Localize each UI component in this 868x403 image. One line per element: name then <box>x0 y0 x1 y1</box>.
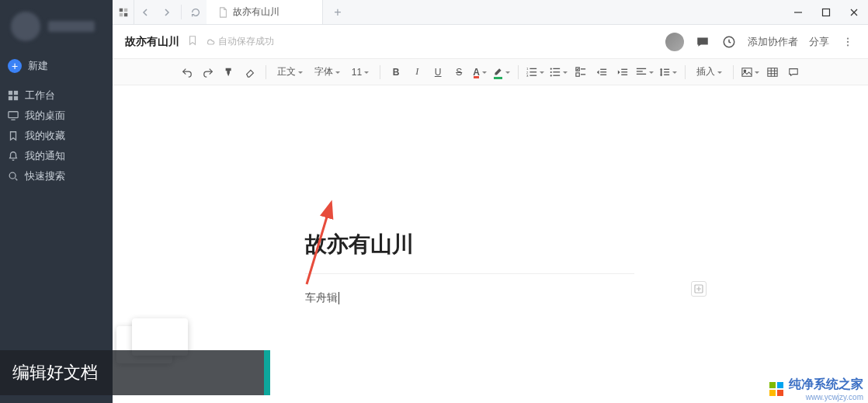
svg-rect-33 <box>600 71 606 72</box>
strikethrough-button[interactable]: S <box>450 63 468 82</box>
checklist-button[interactable] <box>571 63 590 82</box>
highlight-icon <box>493 66 503 78</box>
align-button[interactable] <box>634 63 655 82</box>
svg-rect-0 <box>9 91 12 95</box>
image-icon <box>741 67 752 78</box>
autosave-status: 自动保存成功 <box>206 35 274 48</box>
new-label: 新建 <box>28 59 48 73</box>
svg-rect-19 <box>530 68 537 68</box>
svg-point-5 <box>9 172 16 179</box>
svg-rect-44 <box>742 68 752 76</box>
separator <box>380 65 380 79</box>
text-color-icon: A <box>473 67 480 78</box>
watermark-brand: 纯净系统之家 <box>789 377 863 393</box>
undo-button[interactable] <box>178 63 196 82</box>
document-canvas[interactable]: 故亦有山川 车舟辑 <box>252 175 687 403</box>
highlight-color-button[interactable] <box>491 63 512 82</box>
username-placeholder <box>48 21 95 32</box>
close-button[interactable] <box>840 0 868 24</box>
insert-dropdown[interactable]: 插入 <box>692 63 727 82</box>
body-text: 车舟辑 <box>305 291 338 304</box>
font-size-dropdown[interactable]: 11 <box>347 63 373 82</box>
table-button[interactable] <box>763 63 782 82</box>
sidebar-item-workspace[interactable]: 工作台 <box>0 85 113 106</box>
history-button[interactable] <box>721 34 737 50</box>
share-button[interactable]: 分享 <box>809 35 829 49</box>
font-family-dropdown[interactable]: 字体 <box>310 63 345 82</box>
image-button[interactable] <box>740 63 761 82</box>
outdent-button[interactable] <box>592 63 611 82</box>
bookmark-outline-icon <box>187 35 198 46</box>
svg-rect-35 <box>621 68 627 69</box>
chevron-right-icon <box>162 8 172 17</box>
reload-button[interactable] <box>185 0 207 24</box>
svg-rect-9 <box>123 12 127 16</box>
search-icon <box>8 171 19 182</box>
svg-rect-43 <box>664 74 669 75</box>
caption-accent <box>264 350 270 395</box>
maximize-button[interactable] <box>812 0 840 24</box>
format-toolbar: 正文 字体 11 B I U S A 123 插入 <box>113 59 868 85</box>
format-painter-button[interactable] <box>220 63 238 82</box>
italic-button[interactable]: I <box>408 63 426 82</box>
sidebar-item-favorites[interactable]: 我的收藏 <box>0 126 113 146</box>
svg-point-13 <box>847 37 849 39</box>
plus-icon: + <box>8 59 22 73</box>
undo-icon <box>182 67 193 78</box>
caption-text: 编辑好文档 <box>12 361 98 384</box>
inline-insert-button[interactable] <box>691 281 707 297</box>
svg-rect-41 <box>664 68 669 69</box>
redo-icon <box>203 67 214 78</box>
comment-button[interactable] <box>695 34 710 50</box>
doc-heading[interactable]: 故亦有山川 <box>305 230 634 274</box>
minimize-button[interactable] <box>784 0 812 24</box>
line-spacing-button[interactable] <box>658 63 679 82</box>
more-button[interactable] <box>840 34 856 50</box>
cloud-icon <box>206 37 215 47</box>
svg-rect-37 <box>621 74 627 75</box>
text-color-button[interactable]: A <box>470 63 489 82</box>
svg-rect-30 <box>576 72 579 75</box>
svg-rect-39 <box>637 71 643 71</box>
back-button[interactable] <box>134 0 156 24</box>
app-icon[interactable] <box>113 0 134 24</box>
forward-button[interactable] <box>156 0 178 24</box>
document-title: 故亦有山川 <box>125 35 179 49</box>
ordered-list-button[interactable]: 123 <box>525 63 546 82</box>
paragraph-style-dropdown[interactable]: 正文 <box>273 63 307 82</box>
svg-rect-34 <box>600 74 606 75</box>
bell-icon <box>8 151 19 162</box>
reload-icon <box>190 7 201 18</box>
sidebar-item-desktop[interactable]: 我的桌面 <box>0 106 113 126</box>
bookmark-button[interactable] <box>187 35 198 49</box>
svg-rect-7 <box>123 8 127 11</box>
svg-rect-52 <box>777 390 783 396</box>
watermark-url: www.ycwjzy.com <box>789 393 863 401</box>
unordered-list-button[interactable] <box>548 63 569 82</box>
user-avatar[interactable] <box>665 33 684 51</box>
svg-rect-31 <box>581 74 585 75</box>
table-icon <box>767 67 778 78</box>
sidebar-profile[interactable] <box>0 0 113 53</box>
indent-button[interactable] <box>613 63 632 82</box>
redo-button[interactable] <box>199 63 217 82</box>
add-collaborator-button[interactable]: 添加协作者 <box>748 35 798 49</box>
svg-rect-20 <box>530 71 537 72</box>
svg-point-23 <box>550 71 552 72</box>
clear-format-button[interactable] <box>241 63 259 82</box>
underline-button[interactable]: U <box>429 63 447 82</box>
new-document-button[interactable]: + 新建 <box>0 53 113 79</box>
doc-body-line[interactable]: 车舟辑 <box>305 291 634 305</box>
svg-rect-26 <box>554 71 561 72</box>
svg-rect-2 <box>9 96 12 100</box>
outdent-icon <box>596 67 607 78</box>
plus-box-icon <box>694 284 703 294</box>
new-tab-button[interactable]: + <box>323 0 352 24</box>
sidebar-item-notifications[interactable]: 我的通知 <box>0 146 113 166</box>
bold-button[interactable]: B <box>387 63 405 82</box>
separator <box>181 5 182 19</box>
sidebar-item-search[interactable]: 快速搜索 <box>0 166 113 186</box>
minimize-icon <box>793 8 803 17</box>
comment-button[interactable] <box>784 63 803 82</box>
document-tab[interactable]: 故亦有山川 <box>207 0 323 24</box>
